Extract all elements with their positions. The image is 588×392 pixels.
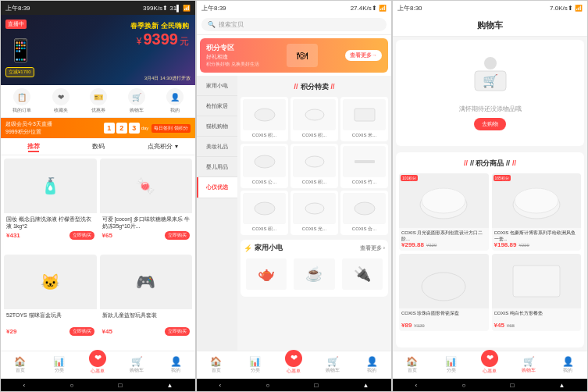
product-card-0[interactable]: 🧴 国妆 概念品牌洗涤液 柠檬香型洗衣液 1kg*2 ¥431 立即购买	[4, 159, 97, 251]
points-product-6[interactable]: COXIS 积...	[241, 191, 288, 235]
side-nav-beauty[interactable]: 美妆礼品	[197, 137, 237, 157]
home-section-more[interactable]: 查看更多 ›	[360, 244, 385, 252]
home-section-2: ⚡ 家用小电 查看更多 › 🫖 ☕ 🔌	[241, 240, 388, 297]
points-product-7[interactable]: COXIS 光...	[290, 191, 338, 235]
points-product-img-3	[243, 146, 286, 177]
nav-mine-label-2: 我的	[367, 367, 376, 374]
nav-icon-orders[interactable]: 📋 我的订单	[12, 88, 31, 114]
back-btn-2[interactable]: ‹	[219, 382, 222, 389]
vip-right-text[interactable]: 每日签到 领积分	[151, 124, 191, 133]
nav-category-1[interactable]: 📊 分类	[40, 351, 79, 379]
product-info-2: 52TOYS 猫咪盲盒玩具 ¥29 立即购买	[4, 309, 97, 338]
live-badge: 直播中	[5, 20, 27, 29]
points-card-1[interactable]: 165积分 COXIS 包豪斯计博客系列手绘欧洲风鱼一套... ¥198.89 …	[492, 173, 582, 251]
up-btn-3[interactable]: ▲	[558, 382, 565, 389]
product-btn-3[interactable]: 立即购买	[165, 327, 190, 336]
status-bar-2: 上午8:39 27.4K/s⬆ 📶	[197, 1, 391, 15]
side-nav-shopping[interactable]: 猫机购物	[197, 116, 237, 137]
points-product-4[interactable]: COXIS 积...	[290, 144, 338, 188]
nav-cart-label-1: 购物车	[130, 367, 144, 374]
nav-mine-3[interactable]: 👤 我的	[548, 351, 587, 379]
recent-btn-2[interactable]: □	[314, 382, 318, 389]
nav-home-1[interactable]: 🏠 首页	[1, 351, 40, 379]
nav-home-3[interactable]: 🏠 首页	[393, 351, 432, 379]
side-nav-appliance[interactable]: 家用小电	[197, 76, 237, 96]
home-product-0[interactable]: 🫖	[244, 256, 289, 294]
side-nav-preferred[interactable]: 心仪优选	[197, 177, 237, 198]
nav-icon-favorites[interactable]: ❤ 收藏夹	[52, 88, 69, 114]
nav-icon-coupon[interactable]: 🎫 优惠券	[90, 88, 107, 114]
nav-category-3[interactable]: 📊 分类	[432, 351, 471, 379]
side-nav-furniture[interactable]: 枪拍家居	[197, 96, 237, 116]
home-icon-3: 🏠	[406, 357, 418, 366]
points-card-img-3	[492, 254, 582, 308]
nav-category-2[interactable]: 📊 分类	[236, 351, 275, 379]
nav-cart-label-3: 购物车	[522, 367, 536, 374]
product-title-0: 国妆 概念品牌洗涤液 柠檬香型洗衣液 1kg*2	[6, 216, 94, 230]
home-btn-1[interactable]: ○	[69, 382, 73, 389]
nav-mine-2[interactable]: 👤 我的	[352, 351, 391, 379]
tab-recommend[interactable]: 推荐	[1, 141, 66, 152]
nav-cart-3[interactable]: 🛒 购物车	[509, 351, 548, 379]
up-btn-2[interactable]: ▲	[362, 382, 369, 389]
up-btn-1[interactable]: ▲	[166, 382, 173, 389]
recent-btn-3[interactable]: □	[510, 382, 514, 389]
nav-icon-cart[interactable]: 🛒 购物车	[128, 88, 145, 114]
points-product-3[interactable]: COXIS 公...	[241, 144, 288, 188]
points-banner-2[interactable]: 积分专区 好礼相逢 积分换好物 兑换美好生活 🍽 查看更多→	[200, 38, 388, 73]
home-section-products: 🫖 ☕ 🔌	[244, 256, 385, 294]
search-input-2[interactable]: 🔍 搜索宝贝	[201, 18, 387, 31]
back-btn-1[interactable]: ‹	[23, 382, 26, 389]
cart-header: 购物车	[393, 15, 587, 37]
points-banner-btn[interactable]: 查看更多→	[345, 50, 382, 61]
product-card-2[interactable]: 🐱 52TOYS 猫咪盲盒玩具 ¥29 立即购买	[4, 255, 97, 347]
points-product-img-5	[343, 146, 386, 177]
points-card-0[interactable]: 101积分 COXIS 月光瓷圆形系列创意设计方口二阶... ¥299.88 ¥…	[399, 173, 489, 251]
nav-wishlist-2[interactable]: ❤ 心愿单	[275, 351, 314, 379]
tab-points[interactable]: 点亮积分 ▾	[130, 141, 195, 152]
product-btn-0[interactable]: 立即购买	[69, 231, 94, 240]
main-content-2: 积分特卖 COXIS 积... COXIS 积...	[237, 76, 391, 351]
back-btn-3[interactable]: ‹	[415, 382, 418, 389]
bottom-nav-3: 🏠 首页 📊 分类 ❤ 心愿单 🛒 购物车 👤 我的	[393, 351, 587, 379]
tab-digital[interactable]: 数码	[66, 141, 130, 152]
product-card-1[interactable]: 🍬 可爱 [cocon] 多口味软糖糖果来乐 牛奶冻35g*10片... ¥65…	[100, 159, 193, 251]
phone3-scroll: 🛒 满怀期待还没添物品哦 去购物 // 积分商品 // 101积分	[393, 37, 587, 351]
home-btn-2[interactable]: ○	[265, 382, 269, 389]
points-card-3[interactable]: COXIS 纯白长方形餐垫 ¥45 ¥68	[492, 254, 582, 331]
points-product-0[interactable]: COXIS 积...	[241, 97, 288, 141]
home-product-1[interactable]: ☕	[291, 256, 337, 294]
home-product-2[interactable]: 🔌	[340, 256, 385, 294]
points-product-2[interactable]: COXIS 米...	[340, 97, 388, 141]
nav-mine-1[interactable]: 👤 我的	[156, 351, 195, 379]
cart-empty-btn[interactable]: 去购物	[474, 118, 506, 130]
points-product-5[interactable]: COXIS 竹...	[340, 144, 388, 188]
svg-point-1	[305, 109, 324, 120]
nav-cart-2[interactable]: 🛒 购物车	[313, 351, 352, 379]
nav-icon-mine[interactable]: 👤 我的	[166, 88, 184, 114]
nav-home-2[interactable]: 🏠 首页	[197, 351, 236, 379]
product-card-3[interactable]: 🎮 新款儿童益智玩具套装 ¥45 立即购买	[100, 255, 193, 347]
recent-btn-1[interactable]: □	[118, 382, 122, 389]
banner-1[interactable]: 直播中 📱 春季换新 全民嗨购 ¥ 9399 元 立减¥1700 3月4日 14…	[1, 15, 195, 85]
product-btn-2[interactable]: 立即购买	[69, 327, 94, 336]
product-grid-1: 🧴 国妆 概念品牌洗涤液 柠檬香型洗衣液 1kg*2 ¥431 立即购买 🍬 可…	[1, 155, 195, 351]
status-bar-1: 上午8:39 399K/s⬆ 31▌ 📶	[1, 1, 195, 15]
points-products-grid: COXIS 积... COXIS 积... COXIS 米...	[241, 97, 388, 235]
side-nav-baby[interactable]: 婴儿用品	[197, 157, 237, 177]
cart-label: 购物车	[130, 107, 144, 114]
nav-mine-label-1: 我的	[171, 367, 180, 374]
banner-date: 3月4日 14:30进打开放	[144, 75, 191, 82]
points-banner-subtitle: 好礼相逢	[206, 53, 259, 61]
nav-wishlist-1[interactable]: ❤ 心愿单	[79, 351, 118, 379]
day-boxes: 1 2 3 day	[104, 123, 149, 134]
nav-wishlist-3[interactable]: ❤ 心愿单	[471, 351, 510, 379]
home-product-img-1: ☕	[294, 258, 334, 290]
nav-cart-1[interactable]: 🛒 购物车	[117, 351, 156, 379]
points-product-8[interactable]: COXIS 合...	[340, 191, 388, 235]
points-product-1[interactable]: COXIS 积...	[290, 97, 338, 141]
home-btn-3[interactable]: ○	[461, 382, 465, 389]
product-btn-1[interactable]: 立即购买	[165, 231, 190, 240]
points-card-2[interactable]: COXIS 珍珠白圆形骨瓷深盘 ¥89 ¥120	[399, 254, 489, 331]
points-card-price-row-0: ¥299.88 ¥329	[401, 241, 486, 248]
